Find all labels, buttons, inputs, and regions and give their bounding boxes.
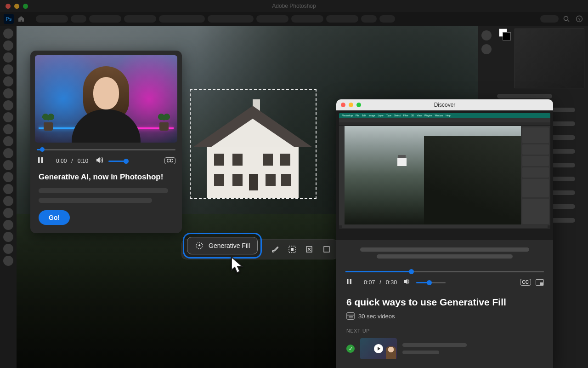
window-minimize-dot[interactable] <box>14 4 19 9</box>
discover-close-dot[interactable] <box>341 103 345 107</box>
help-icon[interactable]: ? <box>574 14 584 24</box>
tool-button[interactable] <box>3 196 13 206</box>
options-control[interactable] <box>71 15 86 23</box>
window-titlebar: Adobe Photoshop <box>0 0 588 12</box>
discover-window-title: Discover <box>434 102 456 108</box>
tool-button[interactable] <box>3 88 13 98</box>
next-thumbnail[interactable] <box>360 338 397 359</box>
more-icon[interactable] <box>320 243 333 256</box>
marquee-selection[interactable] <box>190 89 317 199</box>
brush-icon[interactable] <box>269 243 282 256</box>
window-zoom-dot[interactable] <box>23 4 28 9</box>
discover-heading: 6 quick ways to use Generative Fill <box>346 297 543 308</box>
tool-button[interactable] <box>3 64 13 75</box>
discover-titlebar: Discover <box>336 99 553 110</box>
tutorial-progress-slider[interactable] <box>37 147 175 152</box>
generative-fill-highlight: Generative Fill <box>183 233 262 259</box>
options-control[interactable] <box>36 15 68 23</box>
tool-button[interactable] <box>3 100 13 110</box>
tool-button[interactable] <box>3 256 13 266</box>
video-list-icon <box>346 312 355 320</box>
discover-progress-slider[interactable] <box>345 269 544 274</box>
pause-icon[interactable] <box>345 278 353 287</box>
tool-button[interactable] <box>3 208 13 218</box>
tool-button[interactable] <box>3 112 13 122</box>
color-panel[interactable] <box>514 29 584 88</box>
tutorial-duration: 0:10 <box>78 158 88 164</box>
tool-button[interactable] <box>3 160 13 170</box>
panel-tab[interactable] <box>481 30 492 40</box>
svg-point-0 <box>564 17 568 21</box>
home-icon[interactable] <box>17 14 26 23</box>
options-control[interactable] <box>540 15 559 23</box>
svg-point-9 <box>201 243 202 244</box>
discover-description-line <box>360 247 529 252</box>
svg-rect-12 <box>347 279 349 284</box>
cc-toggle[interactable]: CC <box>520 279 531 286</box>
search-icon[interactable] <box>561 14 571 24</box>
completed-check-icon: ✓ <box>346 345 355 353</box>
mini-photoshop-screenshot: PhotoshopFileEditImageLayerTypeSelectFil… <box>339 113 550 229</box>
svg-text:?: ? <box>578 17 580 22</box>
volume-icon[interactable] <box>96 156 104 165</box>
discover-minimize-dot[interactable] <box>349 103 353 107</box>
tool-button[interactable] <box>3 220 13 230</box>
options-control[interactable] <box>291 15 323 23</box>
next-up-label: NEXT UP <box>346 328 543 334</box>
tool-button[interactable] <box>3 40 13 51</box>
pip-icon[interactable] <box>536 279 544 286</box>
next-title-line <box>402 343 467 347</box>
discover-duration: 0:30 <box>386 279 397 286</box>
tool-button[interactable] <box>3 232 13 242</box>
photoshop-logo-icon[interactable]: Ps <box>4 14 14 24</box>
select-subject-icon[interactable] <box>286 243 299 256</box>
next-up-item[interactable]: ✓ <box>346 338 543 359</box>
pause-icon[interactable] <box>37 156 44 165</box>
discover-volume-slider[interactable] <box>416 279 446 286</box>
next-subtitle-line <box>402 351 439 354</box>
svg-rect-5 <box>291 248 294 251</box>
transform-icon[interactable] <box>303 243 316 256</box>
tutorial-video-thumbnail[interactable] <box>35 55 177 143</box>
options-control[interactable] <box>159 15 205 23</box>
discover-current-time: 0:07 <box>364 279 375 286</box>
tool-button[interactable] <box>3 136 13 146</box>
svg-rect-11 <box>41 157 43 163</box>
options-control[interactable] <box>256 15 288 23</box>
tutorial-time-separator: / <box>71 158 73 164</box>
tool-button[interactable] <box>3 172 13 182</box>
options-control[interactable] <box>326 15 358 23</box>
panel-row[interactable] <box>497 94 552 98</box>
tool-button[interactable] <box>3 52 13 63</box>
options-control[interactable] <box>361 15 377 23</box>
tool-button[interactable] <box>3 148 13 158</box>
tool-button[interactable] <box>3 29 13 39</box>
tool-button[interactable] <box>3 124 13 134</box>
tool-button[interactable] <box>3 184 13 194</box>
options-control[interactable] <box>208 15 254 23</box>
window-title: Adobe Photoshop <box>272 3 316 9</box>
go-button[interactable]: Go! <box>39 210 70 225</box>
generative-fill-button[interactable]: Generative Fill <box>187 237 258 254</box>
svg-rect-10 <box>38 157 40 163</box>
color-swatch[interactable] <box>499 29 512 41</box>
options-control[interactable] <box>124 15 156 23</box>
cursor-icon <box>230 256 246 275</box>
discover-time-separator: / <box>379 279 381 286</box>
svg-rect-14 <box>347 313 354 319</box>
options-control[interactable] <box>379 15 395 23</box>
window-close-dot[interactable] <box>6 4 11 9</box>
svg-rect-13 <box>350 279 352 284</box>
panel-tab[interactable] <box>481 44 492 54</box>
tutorial-volume-slider[interactable] <box>108 158 129 164</box>
discover-video-area[interactable]: PhotoshopFileEditImageLayerTypeSelectFil… <box>336 110 553 240</box>
discover-zoom-dot[interactable] <box>356 103 361 107</box>
tool-button[interactable] <box>3 76 13 86</box>
options-control[interactable] <box>89 15 121 23</box>
discover-panel: Discover PhotoshopFileEditImageLayerType… <box>336 99 553 368</box>
cc-toggle[interactable]: CC <box>164 157 175 164</box>
generative-fill-label: Generative Fill <box>209 242 250 249</box>
volume-icon[interactable] <box>403 278 412 287</box>
tool-button[interactable] <box>3 244 13 254</box>
tutorial-popup: 0:00 / 0:10 CC Generative AI, now in Pho… <box>30 51 182 233</box>
